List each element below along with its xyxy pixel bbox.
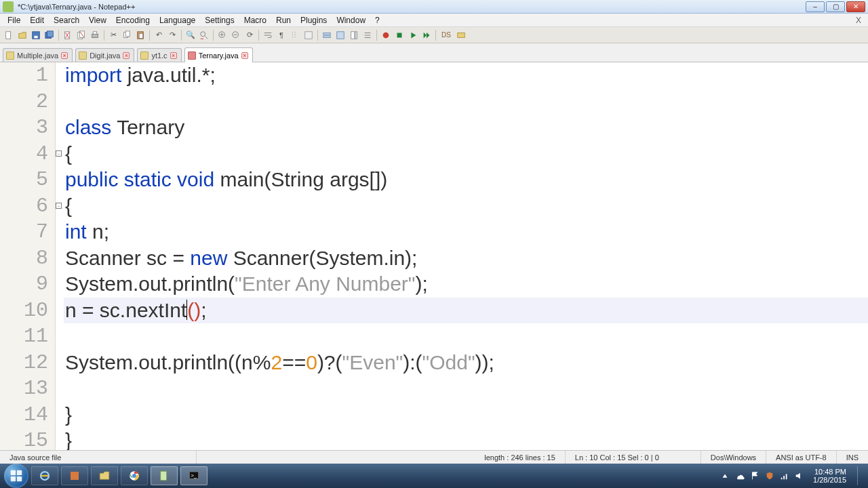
code-line[interactable]: } bbox=[64, 402, 868, 428]
tray-network-icon[interactable] bbox=[779, 470, 790, 481]
tb-open-icon[interactable] bbox=[16, 29, 28, 41]
fold-column[interactable]: -- bbox=[56, 62, 64, 450]
tab-close-icon[interactable]: × bbox=[241, 52, 248, 59]
tray-volume-icon[interactable] bbox=[794, 470, 805, 481]
tb-wordwrap-icon[interactable] bbox=[262, 29, 274, 41]
code-line[interactable]: public static void main(String args[]) bbox=[64, 167, 868, 193]
tb-showchars-icon[interactable]: ¶ bbox=[275, 29, 288, 41]
menu-view[interactable]: View bbox=[84, 14, 111, 26]
tb-undo-icon[interactable]: ↶ bbox=[153, 29, 165, 41]
tb-fold-icon[interactable] bbox=[321, 29, 333, 41]
fold-toggle-icon[interactable]: - bbox=[56, 203, 62, 209]
tb-redo-icon[interactable]: ↷ bbox=[166, 29, 178, 41]
clock-time: 10:48 PM bbox=[813, 468, 846, 476]
code-line[interactable]: int n; bbox=[64, 219, 868, 245]
tb-funclist-icon[interactable] bbox=[361, 29, 374, 41]
menu-window[interactable]: Window bbox=[332, 14, 370, 26]
menu-help[interactable]: ? bbox=[370, 14, 384, 26]
code-area[interactable]: import java.util.*;class Ternary{public … bbox=[64, 62, 868, 450]
editor[interactable]: 123456789101112131415 -- import java.uti… bbox=[0, 62, 868, 450]
tb-cut-icon[interactable]: ✂ bbox=[107, 29, 119, 41]
tb-find-icon[interactable]: 🔍 bbox=[184, 29, 197, 41]
tb-save-all-icon[interactable] bbox=[43, 29, 56, 41]
line-number-gutter: 123456789101112131415 bbox=[0, 62, 56, 450]
tb-unfold-icon[interactable] bbox=[334, 29, 347, 41]
fold-toggle-icon[interactable]: - bbox=[56, 150, 62, 157]
menu-encoding[interactable]: Encoding bbox=[111, 14, 155, 26]
file-icon bbox=[140, 52, 149, 60]
tb-lang-icon[interactable] bbox=[302, 29, 315, 41]
tab-close-icon[interactable]: × bbox=[123, 52, 130, 59]
minimize-button[interactable]: – bbox=[806, 1, 825, 12]
tb-ds-icon[interactable]: DS bbox=[439, 29, 454, 41]
maximize-button[interactable]: ▢ bbox=[826, 1, 845, 12]
tray-cloud-icon[interactable] bbox=[734, 470, 745, 481]
taskbar-clock[interactable]: 10:48 PM 1/28/2015 bbox=[809, 468, 850, 484]
menu-run[interactable]: Run bbox=[271, 14, 296, 26]
status-length: length : 246 lines : 15 bbox=[475, 451, 566, 464]
tb-print-icon[interactable] bbox=[89, 29, 101, 41]
line-number: 3 bbox=[0, 115, 55, 141]
tray-shield-icon[interactable] bbox=[764, 470, 775, 481]
tab-close-icon[interactable]: × bbox=[61, 52, 68, 59]
code-line[interactable]: } bbox=[64, 428, 868, 450]
tab-close-icon[interactable]: × bbox=[170, 52, 177, 59]
close-button[interactable]: ✕ bbox=[846, 1, 865, 12]
task-app-1[interactable] bbox=[61, 466, 88, 485]
tb-close-icon[interactable] bbox=[62, 29, 74, 41]
tb-save-icon[interactable] bbox=[30, 29, 42, 41]
tb-record-icon[interactable] bbox=[380, 29, 392, 41]
tb-zoom-out-icon[interactable] bbox=[230, 29, 242, 41]
tab-yt1c[interactable]: yt1.c× bbox=[137, 48, 181, 62]
task-ie[interactable] bbox=[31, 466, 58, 485]
tb-indent-guide-icon[interactable] bbox=[289, 29, 301, 41]
code-line[interactable]: System.out.println((n%2==0)?("Even"):("O… bbox=[64, 350, 868, 376]
code-line[interactable]: System.out.println("Enter Any Number"); bbox=[64, 271, 868, 298]
menu-language[interactable]: Language bbox=[155, 14, 200, 26]
menu-search[interactable]: Search bbox=[49, 14, 84, 26]
tb-stop-icon[interactable] bbox=[393, 29, 406, 41]
tb-copy-icon[interactable] bbox=[121, 29, 133, 41]
menu-file[interactable]: File bbox=[3, 14, 25, 26]
start-button[interactable] bbox=[4, 464, 28, 488]
tray-flag-icon[interactable] bbox=[749, 470, 760, 481]
code-line[interactable]: Scanner sc = new Scanner(System.in); bbox=[64, 245, 868, 272]
code-line[interactable]: { bbox=[64, 141, 868, 167]
tab-ternary[interactable]: Ternary.java× bbox=[184, 47, 253, 62]
code-line[interactable]: n = sc.nextInt(); bbox=[64, 298, 868, 324]
code-line[interactable] bbox=[64, 323, 868, 350]
terminal-icon: >_ bbox=[188, 470, 200, 482]
show-desktop-button[interactable] bbox=[857, 466, 864, 485]
code-line[interactable]: class Ternary bbox=[64, 115, 868, 141]
tray-up-icon[interactable] bbox=[719, 470, 730, 481]
tb-settings-icon[interactable] bbox=[455, 29, 467, 41]
windows-logo-icon bbox=[9, 468, 24, 483]
tb-play-multi-icon[interactable] bbox=[420, 29, 433, 41]
task-notepadpp[interactable] bbox=[151, 466, 178, 485]
code-line[interactable]: import java.util.*; bbox=[64, 62, 868, 89]
code-line[interactable]: { bbox=[64, 193, 868, 220]
svg-rect-16 bbox=[139, 33, 142, 38]
menu-x-hint[interactable]: X bbox=[856, 16, 865, 25]
tab-digit[interactable]: Digit.java× bbox=[75, 48, 134, 62]
tb-replace-icon[interactable] bbox=[198, 29, 210, 41]
code-line[interactable] bbox=[64, 89, 868, 115]
tab-multiple[interactable]: Multiple.java× bbox=[3, 48, 73, 62]
menu-edit[interactable]: Edit bbox=[25, 14, 49, 26]
svg-rect-39 bbox=[458, 33, 465, 37]
code-line[interactable] bbox=[64, 375, 868, 402]
tb-zoom-in-icon[interactable] bbox=[216, 29, 229, 41]
menu-macro[interactable]: Macro bbox=[239, 14, 271, 26]
task-explorer[interactable] bbox=[91, 466, 118, 485]
tb-play-icon[interactable] bbox=[407, 29, 419, 41]
menu-settings[interactable]: Settings bbox=[200, 14, 239, 26]
tb-new-icon[interactable] bbox=[3, 29, 15, 41]
tb-docmap-icon[interactable] bbox=[348, 29, 360, 41]
menu-plugins[interactable]: Plugins bbox=[296, 14, 332, 26]
tb-close-all-icon[interactable] bbox=[75, 29, 87, 41]
tb-sync-icon[interactable]: ⟳ bbox=[243, 29, 256, 41]
task-cmd[interactable]: >_ bbox=[180, 466, 208, 485]
svg-rect-14 bbox=[125, 30, 130, 36]
task-chrome[interactable] bbox=[121, 466, 148, 485]
tb-paste-icon[interactable] bbox=[134, 29, 146, 41]
